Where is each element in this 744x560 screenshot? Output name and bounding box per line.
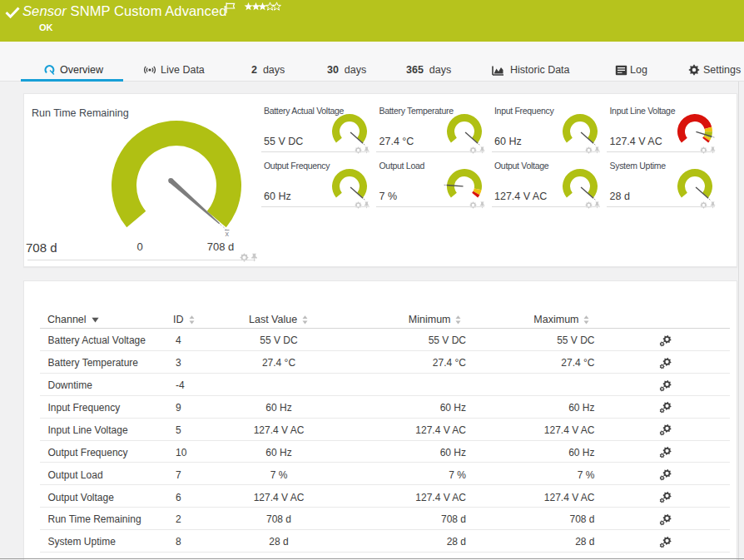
svg-text:x: x — [226, 230, 230, 238]
